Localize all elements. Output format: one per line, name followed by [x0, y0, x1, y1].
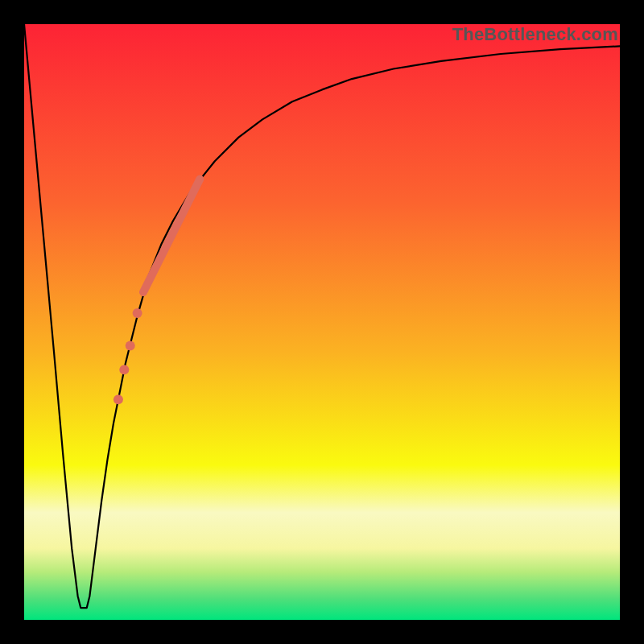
watermark-text: TheBottleneck.com: [452, 24, 618, 45]
series-highlight-dots-point: [119, 365, 129, 374]
gradient-background: [24, 24, 620, 620]
series-highlight-dots-point: [133, 308, 142, 318]
series-highlight-dots-point: [114, 394, 123, 404]
chart-canvas: [24, 24, 620, 620]
plot-area: TheBottleneck.com: [24, 24, 620, 620]
series-highlight-dots-point: [126, 341, 135, 351]
chart-frame: TheBottleneck.com: [0, 0, 644, 644]
